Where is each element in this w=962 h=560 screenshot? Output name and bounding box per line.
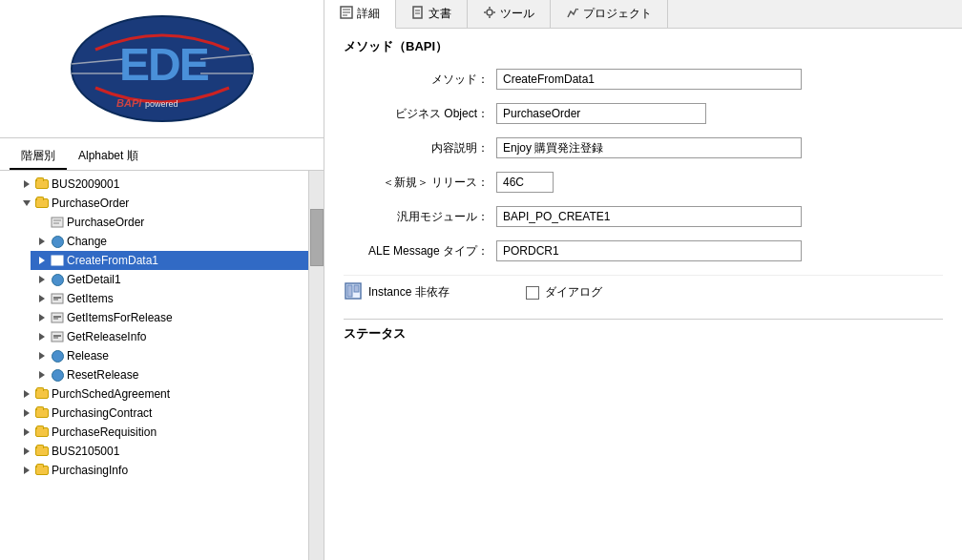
tree-node-getdetail1[interactable]: GetDetail1 bbox=[31, 270, 308, 289]
field-ale: ALE Message タイプ： bbox=[344, 240, 943, 261]
tree-node-getitems[interactable]: GetItems bbox=[31, 289, 308, 308]
field-description-input[interactable] bbox=[496, 137, 802, 158]
logo-area: EDE BAPI powered bbox=[0, 0, 324, 138]
tree-node-change[interactable]: Change bbox=[31, 232, 308, 251]
obj-icon bbox=[50, 234, 65, 249]
expand-icon bbox=[34, 367, 50, 383]
dialog-checkbox[interactable] bbox=[526, 286, 539, 300]
tree-node-purchasinginfo[interactable]: PurchasingInfo bbox=[15, 461, 308, 480]
tree-node-purchaserequisition[interactable]: PurchaseRequisition bbox=[15, 423, 308, 442]
node-label: CreateFromData1 bbox=[67, 254, 158, 267]
tab-project-label: プロジェクト bbox=[583, 6, 652, 22]
svg-text:powered: powered bbox=[145, 99, 178, 109]
tree-node-purchaseorder-folder[interactable]: PurchaseOrder bbox=[15, 194, 308, 213]
svg-point-30 bbox=[487, 10, 492, 15]
node-label: PurchSchedAgreement bbox=[52, 387, 170, 401]
field-description: 内容説明： bbox=[344, 137, 943, 158]
node-label: PurchasingContract bbox=[52, 406, 152, 420]
tree-node-purchschedagreement[interactable]: PurchSchedAgreement bbox=[15, 384, 308, 404]
tree-node-getreleaseinfo[interactable]: GetReleaseInfo bbox=[31, 327, 308, 346]
folder-icon bbox=[34, 405, 50, 421]
svg-rect-17 bbox=[52, 313, 63, 322]
status-section: ステータス bbox=[344, 319, 943, 342]
tree-node-purchaseorder-prop[interactable]: PurchaseOrder bbox=[31, 213, 308, 232]
expand-icon bbox=[19, 386, 34, 402]
expand-icon bbox=[19, 425, 34, 440]
node-label: PurchaseRequisition bbox=[52, 425, 157, 439]
method-icon bbox=[50, 291, 65, 306]
top-tab-bar: 詳細 文書 ツール bbox=[324, 0, 962, 29]
expand-icon bbox=[34, 215, 50, 230]
dialog-label: ダイアログ bbox=[545, 284, 602, 301]
svg-text:EDE: EDE bbox=[119, 39, 209, 90]
checkbox-area: ダイアログ bbox=[526, 284, 602, 301]
tab-tools[interactable]: ツール bbox=[468, 0, 551, 28]
expand-icon bbox=[19, 444, 34, 459]
field-method-label: メソッド： bbox=[344, 72, 496, 88]
expand-icon bbox=[34, 329, 50, 344]
field-module-input[interactable] bbox=[496, 206, 802, 227]
method-icon bbox=[50, 310, 65, 325]
expand-icon bbox=[19, 405, 34, 421]
tab-hierarchical[interactable]: 階層別 bbox=[10, 144, 67, 170]
field-release-label: ＜新規＞ リリース： bbox=[344, 175, 496, 191]
project-icon bbox=[566, 6, 579, 22]
expand-icon bbox=[34, 253, 50, 268]
node-label: GetDetail1 bbox=[67, 273, 121, 286]
folder-icon bbox=[34, 386, 50, 402]
expand-icon bbox=[19, 196, 34, 211]
folder-icon bbox=[34, 425, 50, 440]
left-panel: EDE BAPI powered 階層別 Alphabet 順 BUS20090… bbox=[0, 0, 324, 560]
field-bizobj-label: ビジネス Object： bbox=[344, 106, 496, 122]
svg-rect-11 bbox=[52, 256, 63, 265]
node-label: GetReleaseInfo bbox=[67, 330, 146, 343]
tree-node-release[interactable]: Release bbox=[31, 346, 308, 365]
status-title: ステータス bbox=[344, 326, 406, 341]
node-label: GetItemsForRelease bbox=[67, 311, 173, 324]
tree-node-resetrelease[interactable]: ResetRelease bbox=[31, 365, 308, 384]
field-method-input[interactable] bbox=[496, 69, 802, 90]
tree-node-createfromdata1[interactable]: CreateFromData1 bbox=[31, 251, 308, 270]
tree-node-bus2105001[interactable]: BUS2105001 bbox=[15, 442, 308, 461]
app-logo: EDE BAPI powered bbox=[67, 11, 258, 126]
tree-node-bus2009001[interactable]: BUS2009001 bbox=[15, 175, 308, 194]
field-ale-input[interactable] bbox=[496, 240, 802, 261]
node-label: ResetRelease bbox=[67, 368, 138, 382]
tab-detail[interactable]: 詳細 bbox=[324, 0, 396, 29]
field-module: 汎用モジュール： bbox=[344, 206, 943, 227]
scrollbar-thumb[interactable] bbox=[310, 209, 324, 266]
method-icon bbox=[50, 329, 65, 344]
node-label: BUS2009001 bbox=[52, 177, 119, 191]
node-label: PurchaseOrder bbox=[52, 197, 129, 210]
expand-icon bbox=[34, 234, 50, 249]
tree-area[interactable]: BUS2009001 PurchaseOrder PurchaseO bbox=[0, 171, 324, 560]
scrollbar-track[interactable] bbox=[308, 171, 324, 560]
field-method: メソッド： bbox=[344, 69, 943, 90]
field-bizobj: ビジネス Object： bbox=[344, 103, 943, 124]
tab-doc[interactable]: 文書 bbox=[396, 0, 468, 28]
field-release: ＜新規＞ リリース： bbox=[344, 172, 943, 193]
svg-rect-8 bbox=[52, 218, 63, 227]
node-label: PurchasingInfo bbox=[52, 464, 128, 477]
svg-rect-38 bbox=[354, 285, 359, 292]
expand-icon bbox=[34, 310, 50, 325]
field-ale-label: ALE Message タイプ： bbox=[344, 243, 496, 259]
folder-icon bbox=[34, 196, 50, 211]
svg-rect-20 bbox=[52, 332, 63, 342]
detail-icon bbox=[340, 6, 353, 22]
svg-text:BAPI: BAPI bbox=[116, 97, 142, 109]
tools-icon bbox=[483, 6, 496, 22]
instance-icon bbox=[344, 281, 363, 303]
field-bizobj-input[interactable] bbox=[496, 103, 706, 124]
content-area: メソッド（BAPI） メソッド： ビジネス Object： 内容説明： ＜新規＞… bbox=[324, 29, 962, 560]
tree-node-getitemsforrelease[interactable]: GetItemsForRelease bbox=[31, 308, 308, 327]
tab-tools-label: ツール bbox=[500, 6, 534, 22]
right-panel: 詳細 文書 ツール bbox=[324, 0, 962, 560]
tree-node-purchasingcontract[interactable]: PurchasingContract bbox=[15, 404, 308, 423]
folder-icon bbox=[34, 463, 50, 478]
tab-doc-label: 文書 bbox=[429, 6, 451, 22]
tab-alphabet[interactable]: Alphabet 順 bbox=[67, 144, 150, 170]
svg-rect-27 bbox=[413, 7, 422, 18]
field-release-input[interactable] bbox=[496, 172, 554, 193]
tab-project[interactable]: プロジェクト bbox=[551, 0, 668, 28]
